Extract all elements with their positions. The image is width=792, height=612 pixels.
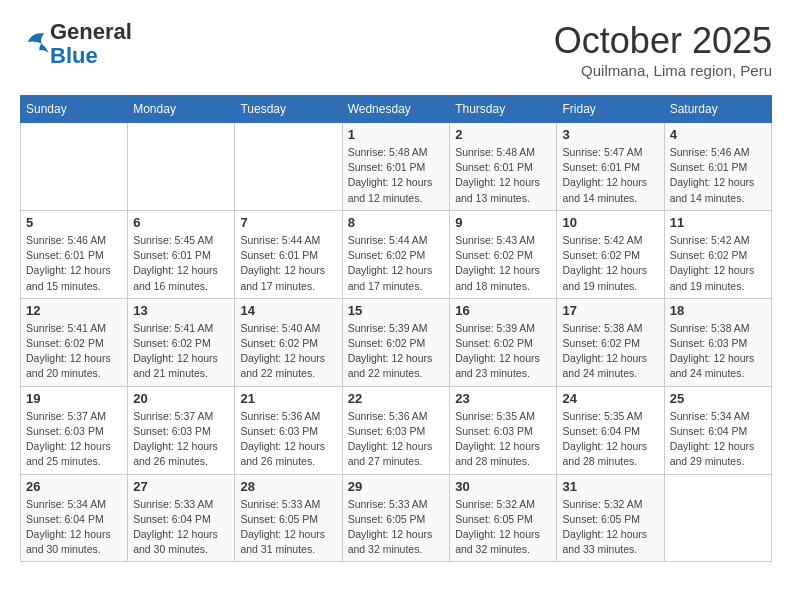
day-number: 2 [455,127,551,142]
calendar-cell: 14Sunrise: 5:40 AMSunset: 6:02 PMDayligh… [235,298,342,386]
weekday-header: Thursday [450,96,557,123]
day-number: 24 [562,391,658,406]
location: Quilmana, Lima region, Peru [554,62,772,79]
weekday-header: Sunday [21,96,128,123]
calendar-cell [235,123,342,211]
day-info: Sunrise: 5:37 AMSunset: 6:03 PMDaylight:… [133,409,229,470]
calendar-cell: 26Sunrise: 5:34 AMSunset: 6:04 PMDayligh… [21,474,128,562]
calendar-cell: 28Sunrise: 5:33 AMSunset: 6:05 PMDayligh… [235,474,342,562]
weekday-header: Tuesday [235,96,342,123]
calendar-cell: 11Sunrise: 5:42 AMSunset: 6:02 PMDayligh… [664,210,771,298]
calendar-cell: 20Sunrise: 5:37 AMSunset: 6:03 PMDayligh… [128,386,235,474]
day-info: Sunrise: 5:44 AMSunset: 6:02 PMDaylight:… [348,233,445,294]
day-info: Sunrise: 5:46 AMSunset: 6:01 PMDaylight:… [670,145,766,206]
day-info: Sunrise: 5:36 AMSunset: 6:03 PMDaylight:… [348,409,445,470]
calendar-cell: 16Sunrise: 5:39 AMSunset: 6:02 PMDayligh… [450,298,557,386]
day-info: Sunrise: 5:42 AMSunset: 6:02 PMDaylight:… [670,233,766,294]
day-info: Sunrise: 5:33 AMSunset: 6:04 PMDaylight:… [133,497,229,558]
day-number: 16 [455,303,551,318]
calendar-week-row: 19Sunrise: 5:37 AMSunset: 6:03 PMDayligh… [21,386,772,474]
calendar-cell: 6Sunrise: 5:45 AMSunset: 6:01 PMDaylight… [128,210,235,298]
day-number: 26 [26,479,122,494]
calendar-cell: 5Sunrise: 5:46 AMSunset: 6:01 PMDaylight… [21,210,128,298]
day-number: 27 [133,479,229,494]
calendar-cell: 17Sunrise: 5:38 AMSunset: 6:02 PMDayligh… [557,298,664,386]
calendar-cell: 1Sunrise: 5:48 AMSunset: 6:01 PMDaylight… [342,123,450,211]
calendar-cell: 19Sunrise: 5:37 AMSunset: 6:03 PMDayligh… [21,386,128,474]
day-number: 14 [240,303,336,318]
day-info: Sunrise: 5:35 AMSunset: 6:03 PMDaylight:… [455,409,551,470]
weekday-header: Friday [557,96,664,123]
calendar-cell: 29Sunrise: 5:33 AMSunset: 6:05 PMDayligh… [342,474,450,562]
day-number: 15 [348,303,445,318]
day-number: 19 [26,391,122,406]
day-info: Sunrise: 5:41 AMSunset: 6:02 PMDaylight:… [133,321,229,382]
calendar-cell [128,123,235,211]
calendar-table: SundayMondayTuesdayWednesdayThursdayFrid… [20,95,772,562]
page-header: General Blue October 2025 Quilmana, Lima… [20,20,772,79]
day-info: Sunrise: 5:32 AMSunset: 6:05 PMDaylight:… [562,497,658,558]
calendar-cell: 22Sunrise: 5:36 AMSunset: 6:03 PMDayligh… [342,386,450,474]
day-info: Sunrise: 5:48 AMSunset: 6:01 PMDaylight:… [348,145,445,206]
day-info: Sunrise: 5:47 AMSunset: 6:01 PMDaylight:… [562,145,658,206]
day-info: Sunrise: 5:34 AMSunset: 6:04 PMDaylight:… [26,497,122,558]
day-info: Sunrise: 5:39 AMSunset: 6:02 PMDaylight:… [455,321,551,382]
day-number: 3 [562,127,658,142]
day-number: 5 [26,215,122,230]
calendar-cell: 8Sunrise: 5:44 AMSunset: 6:02 PMDaylight… [342,210,450,298]
weekday-header: Wednesday [342,96,450,123]
day-number: 6 [133,215,229,230]
day-number: 23 [455,391,551,406]
month-title: October 2025 [554,20,772,62]
day-number: 13 [133,303,229,318]
day-info: Sunrise: 5:36 AMSunset: 6:03 PMDaylight:… [240,409,336,470]
day-info: Sunrise: 5:35 AMSunset: 6:04 PMDaylight:… [562,409,658,470]
calendar-cell: 2Sunrise: 5:48 AMSunset: 6:01 PMDaylight… [450,123,557,211]
calendar-cell: 31Sunrise: 5:32 AMSunset: 6:05 PMDayligh… [557,474,664,562]
calendar-cell: 30Sunrise: 5:32 AMSunset: 6:05 PMDayligh… [450,474,557,562]
day-info: Sunrise: 5:42 AMSunset: 6:02 PMDaylight:… [562,233,658,294]
day-info: Sunrise: 5:34 AMSunset: 6:04 PMDaylight:… [670,409,766,470]
day-number: 1 [348,127,445,142]
calendar-cell [664,474,771,562]
calendar-cell: 24Sunrise: 5:35 AMSunset: 6:04 PMDayligh… [557,386,664,474]
day-info: Sunrise: 5:39 AMSunset: 6:02 PMDaylight:… [348,321,445,382]
day-info: Sunrise: 5:41 AMSunset: 6:02 PMDaylight:… [26,321,122,382]
calendar-cell: 23Sunrise: 5:35 AMSunset: 6:03 PMDayligh… [450,386,557,474]
calendar-week-row: 26Sunrise: 5:34 AMSunset: 6:04 PMDayligh… [21,474,772,562]
day-number: 28 [240,479,336,494]
day-number: 31 [562,479,658,494]
title-block: October 2025 Quilmana, Lima region, Peru [554,20,772,79]
day-number: 29 [348,479,445,494]
day-number: 22 [348,391,445,406]
day-number: 18 [670,303,766,318]
calendar-cell: 9Sunrise: 5:43 AMSunset: 6:02 PMDaylight… [450,210,557,298]
calendar-cell: 4Sunrise: 5:46 AMSunset: 6:01 PMDaylight… [664,123,771,211]
logo-icon [22,28,50,56]
day-number: 20 [133,391,229,406]
day-info: Sunrise: 5:46 AMSunset: 6:01 PMDaylight:… [26,233,122,294]
day-number: 17 [562,303,658,318]
day-number: 7 [240,215,336,230]
day-info: Sunrise: 5:38 AMSunset: 6:03 PMDaylight:… [670,321,766,382]
calendar-cell: 13Sunrise: 5:41 AMSunset: 6:02 PMDayligh… [128,298,235,386]
calendar-cell: 12Sunrise: 5:41 AMSunset: 6:02 PMDayligh… [21,298,128,386]
calendar-cell: 10Sunrise: 5:42 AMSunset: 6:02 PMDayligh… [557,210,664,298]
day-number: 25 [670,391,766,406]
day-number: 11 [670,215,766,230]
day-info: Sunrise: 5:32 AMSunset: 6:05 PMDaylight:… [455,497,551,558]
day-info: Sunrise: 5:48 AMSunset: 6:01 PMDaylight:… [455,145,551,206]
logo-general: General [50,19,132,44]
day-info: Sunrise: 5:45 AMSunset: 6:01 PMDaylight:… [133,233,229,294]
logo: General Blue [20,20,132,68]
calendar-week-row: 1Sunrise: 5:48 AMSunset: 6:01 PMDaylight… [21,123,772,211]
calendar-cell: 7Sunrise: 5:44 AMSunset: 6:01 PMDaylight… [235,210,342,298]
calendar-week-row: 5Sunrise: 5:46 AMSunset: 6:01 PMDaylight… [21,210,772,298]
calendar-cell [21,123,128,211]
calendar-week-row: 12Sunrise: 5:41 AMSunset: 6:02 PMDayligh… [21,298,772,386]
day-info: Sunrise: 5:37 AMSunset: 6:03 PMDaylight:… [26,409,122,470]
calendar-cell: 27Sunrise: 5:33 AMSunset: 6:04 PMDayligh… [128,474,235,562]
day-number: 8 [348,215,445,230]
calendar-cell: 15Sunrise: 5:39 AMSunset: 6:02 PMDayligh… [342,298,450,386]
weekday-header-row: SundayMondayTuesdayWednesdayThursdayFrid… [21,96,772,123]
